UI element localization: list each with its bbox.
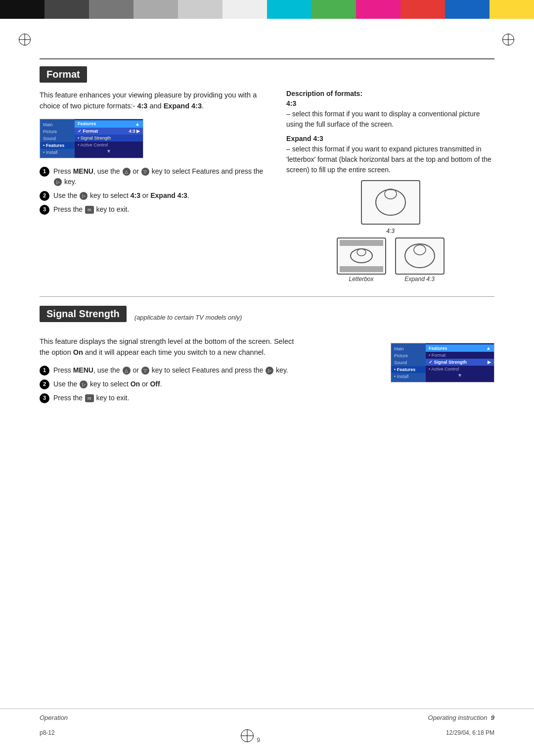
- page-bottom: p8-12 9 12/29/04, 6:18 PM: [0, 729, 534, 744]
- color-block-blue: [445, 0, 490, 19]
- signal-header-row: Signal Strength (applicable to certain T…: [40, 306, 494, 329]
- color-block-lighter: [178, 0, 222, 19]
- menu-active-item: • Active Control: [75, 142, 143, 148]
- sig-menu-header: Features ▲: [426, 344, 494, 352]
- tv-diagrams: 4:3 Lett: [286, 180, 494, 285]
- svg-point-1: [385, 189, 397, 199]
- tv-expand-label: Expand 4:3: [395, 276, 445, 283]
- key-right-icon-2: ▷: [80, 192, 88, 200]
- signal-menu-mockup: Main Picture Sound • Features • Install …: [391, 343, 494, 382]
- color-block-light: [134, 0, 178, 19]
- tv-43-svg: [366, 184, 415, 221]
- tv-43-standard: [361, 180, 420, 225]
- signal-title: Signal Strength: [40, 306, 127, 322]
- sig-menu-main: Main: [391, 345, 426, 352]
- color-block-white: [222, 0, 267, 19]
- sig-menu-left: Main Picture Sound • Features • Install: [391, 343, 426, 382]
- sig-step-num-1: 1: [40, 366, 49, 376]
- tv-box-43: [361, 180, 420, 225]
- svg-point-6: [405, 244, 435, 268]
- svg-point-0: [376, 189, 405, 215]
- tv-expand-svg: [398, 240, 442, 272]
- sig-active-item: • Active Control: [426, 366, 494, 373]
- key-right-icon: ▷: [54, 178, 62, 186]
- format-right-col: Description of formats: 4:3 select this …: [286, 90, 494, 285]
- format-section: Format This feature enhances your viewin…: [40, 58, 494, 285]
- format-intro: This feature enhances your viewing pleas…: [40, 90, 268, 112]
- color-block-yellow: [490, 0, 534, 19]
- format-title: Format: [40, 66, 87, 83]
- sig-step-num-3: 3: [40, 393, 49, 403]
- menu-item-picture: Picture: [40, 128, 75, 135]
- signal-step-1: 1 Press MENU, use the △ or ▽ key to sele…: [40, 365, 302, 376]
- desc-expand-label: Expand 4:3: [286, 135, 494, 142]
- desc-43-text: select this format if you want to displa…: [286, 109, 494, 130]
- tv-letterbox-label: Letterbox: [337, 276, 386, 283]
- sig-menu-sound: Sound: [391, 359, 426, 366]
- step-num-3: 3: [40, 205, 49, 215]
- tv-expand-group: Expand 4:3: [395, 237, 445, 283]
- menu-right-header: Features ▲: [75, 120, 143, 128]
- top-bar-left: [0, 0, 267, 19]
- sig-menu-picture: Picture: [391, 352, 426, 359]
- color-block-black: [0, 0, 44, 19]
- signal-section: Signal Strength (applicable to certain T…: [40, 306, 494, 408]
- sig-step-1-text: Press MENU, use the △ or ▽ key to select…: [53, 365, 302, 376]
- sig-key-right-2: ▷: [80, 380, 88, 388]
- tv-expand-box: [395, 237, 445, 275]
- key-menu-rect: m: [85, 206, 94, 214]
- page-content: Format This feature enhances your viewin…: [0, 44, 534, 438]
- step-3-text: Press the m key to exit.: [53, 204, 268, 215]
- signal-step-3: 3 Press the m key to exit.: [40, 393, 302, 403]
- sig-step-2-text: Use the ▷ key to select On or Off.: [53, 379, 302, 389]
- sig-signal-item: ✓ Signal Strength ▶: [426, 359, 494, 366]
- sig-menu-features: • Features: [391, 366, 426, 373]
- signal-step-2: 2 Use the ▷ key to select On or Off.: [40, 379, 302, 389]
- footer-left: Operation: [40, 714, 68, 721]
- tv-diagram-row: Letterbox Expand 4:3: [337, 237, 445, 283]
- desc-expand-text: select this format if you want to expand…: [286, 144, 494, 175]
- format-two-col: This feature enhances your viewing pleas…: [40, 90, 494, 285]
- step-2-text: Use the ▷ key to select 4:3 or Expand 4:…: [53, 190, 268, 201]
- menu-item-main: Main: [40, 121, 75, 128]
- sig-menu-right: Features ▲ • Format ✓ Signal Strength ▶ …: [426, 343, 494, 382]
- svg-rect-3: [340, 266, 383, 272]
- bottom-left: p8-12: [40, 729, 55, 744]
- top-color-bar: [0, 0, 534, 19]
- sig-key-right: ▷: [266, 367, 273, 375]
- menu-item-install: • Install: [40, 149, 75, 156]
- sig-key-down: ▽: [141, 367, 149, 375]
- section-divider: [40, 296, 494, 297]
- menu-item-features-active: • Features: [40, 142, 75, 149]
- step-1-text: Press MENU, use the △ or ▽ key to select…: [53, 166, 268, 187]
- signal-left-col: This feature displays the signal strengt…: [40, 336, 302, 408]
- signal-intro: This feature displays the signal strengt…: [40, 336, 302, 358]
- page-footer: Operation Operating instruction 9: [0, 709, 534, 726]
- key-up-icon: △: [123, 168, 131, 176]
- reg-mark-right: [502, 34, 515, 47]
- sig-menu-bottom: ▼: [426, 373, 494, 379]
- menu-left-col: Main Picture Sound • Features • Install: [40, 119, 75, 158]
- color-block-mid: [89, 0, 134, 19]
- svg-rect-2: [340, 240, 383, 246]
- sig-step-3-text: Press the m key to exit.: [53, 393, 302, 403]
- bottom-right: 12/29/04, 6:18 PM: [446, 729, 494, 744]
- key-down-icon: ▽: [141, 168, 149, 176]
- svg-point-5: [357, 249, 366, 256]
- tv-letterbox-box: [337, 237, 386, 275]
- format-menu-mockup: Main Picture Sound • Features • Install …: [40, 119, 143, 158]
- signal-right-col: Main Picture Sound • Features • Install …: [319, 336, 494, 408]
- menu-item-sound: Sound: [40, 135, 75, 142]
- color-block-magenta: [356, 0, 400, 19]
- menu-format-item: ✓ Format 4:3 ▶: [75, 128, 143, 135]
- sig-key-up: △: [123, 367, 131, 375]
- color-block-green: [312, 0, 356, 19]
- format-steps: 1 Press MENU, use the △ or ▽ key to sele…: [40, 166, 268, 215]
- format-step-3: 3 Press the m key to exit.: [40, 204, 268, 215]
- sig-step-num-2: 2: [40, 379, 49, 389]
- color-block-red: [400, 0, 445, 19]
- format-step-1: 1 Press MENU, use the △ or ▽ key to sele…: [40, 166, 268, 187]
- applicable-note: (applicable to certain TV models only): [134, 314, 242, 321]
- step-num-2: 2: [40, 191, 49, 201]
- reg-mark-left: [19, 34, 32, 47]
